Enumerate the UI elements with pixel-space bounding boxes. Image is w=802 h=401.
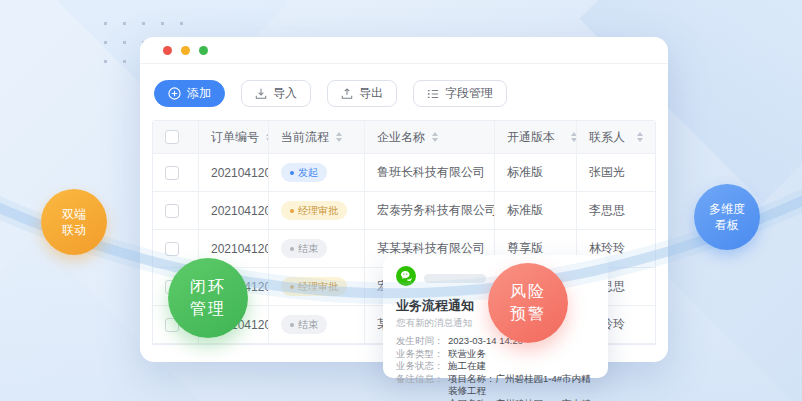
field-label: 发生时间： bbox=[396, 335, 448, 348]
feature-bubble-dual-linkage: 双端 联动 bbox=[41, 189, 107, 255]
feature-bubble-dashboard: 多维度 看板 bbox=[694, 184, 760, 250]
import-button-label: 导入 bbox=[273, 85, 297, 102]
traffic-light-maximize-icon[interactable] bbox=[199, 46, 208, 55]
download-icon bbox=[255, 88, 267, 100]
sort-icon[interactable] bbox=[637, 132, 643, 142]
field-management-button-label: 字段管理 bbox=[445, 85, 493, 102]
list-icon bbox=[427, 88, 439, 100]
table-row[interactable]: 20210412001 发起 鲁班长科技有限公司 标准版 张国光 bbox=[153, 154, 655, 192]
row-checkbox[interactable] bbox=[165, 166, 179, 180]
table-row[interactable]: 20210412002 经理审批 宏泰劳务科技有限公司 标准版 李思思 bbox=[153, 192, 655, 230]
cell-order: 20210412002 bbox=[199, 192, 269, 229]
toolbar: 添加 导入 导出 字段管理 bbox=[140, 64, 668, 107]
status-badge: 经理审批 bbox=[281, 277, 347, 296]
cell-contact: 李思思 bbox=[577, 192, 657, 229]
cell-version: 标准版 bbox=[495, 192, 577, 229]
header-order: 订单编号 bbox=[211, 129, 259, 146]
traffic-light-close-icon[interactable] bbox=[163, 46, 172, 55]
field-value: 合同名称：广州碧桂园1-4#市内精装修工程龙骨采购合同 bbox=[448, 398, 595, 401]
header-version: 开通版本 bbox=[507, 129, 555, 146]
plus-circle-icon bbox=[168, 87, 181, 100]
notification-fields: 发生时间：2023-03-14 14:20 业务类型：联营业务 业务状态：施工在… bbox=[396, 335, 595, 401]
field-value: 施工在建 bbox=[448, 360, 486, 373]
wechat-icon bbox=[396, 266, 416, 290]
row-checkbox[interactable] bbox=[165, 204, 179, 218]
cell-company: 宏泰劳务科技有限公司 bbox=[365, 192, 495, 229]
field-label: 备注信息： bbox=[396, 373, 448, 398]
status-badge: 发起 bbox=[281, 163, 327, 182]
row-checkbox[interactable] bbox=[165, 242, 179, 256]
upload-icon bbox=[341, 88, 353, 100]
table-header-row: 订单编号 当前流程 企业名称 开通版本 联系人 bbox=[153, 121, 655, 154]
status-badge: 结束 bbox=[281, 239, 327, 258]
sort-icon[interactable] bbox=[432, 132, 438, 142]
cell-order: 20210412001 bbox=[199, 154, 269, 191]
field-label bbox=[396, 398, 448, 401]
cell-company: 鲁班长科技有限公司 bbox=[365, 154, 495, 191]
field-management-button[interactable]: 字段管理 bbox=[413, 80, 507, 107]
add-button-label: 添加 bbox=[187, 85, 211, 102]
feature-bubble-closed-loop: 闭环 管理 bbox=[168, 258, 248, 338]
sort-icon[interactable] bbox=[336, 132, 342, 142]
status-badge: 经理审批 bbox=[281, 201, 347, 220]
import-button[interactable]: 导入 bbox=[241, 80, 311, 107]
feature-bubble-risk-warning: 风险 预警 bbox=[488, 263, 568, 343]
cell-version: 标准版 bbox=[495, 154, 577, 191]
traffic-light-minimize-icon[interactable] bbox=[181, 46, 190, 55]
header-process: 当前流程 bbox=[281, 129, 329, 146]
header-company: 企业名称 bbox=[377, 129, 425, 146]
add-button[interactable]: 添加 bbox=[154, 80, 225, 107]
select-all-checkbox[interactable] bbox=[165, 130, 179, 144]
field-value: 联营业务 bbox=[448, 348, 486, 361]
sender-placeholder-pill bbox=[424, 274, 486, 283]
field-label: 业务状态： bbox=[396, 360, 448, 373]
window-titlebar bbox=[140, 37, 668, 64]
field-value: 项目名称：广州碧桂园1-4#市内精装修工程 bbox=[448, 373, 595, 398]
cell-contact: 张国光 bbox=[577, 154, 657, 191]
status-badge: 结束 bbox=[281, 315, 327, 334]
header-contact: 联系人 bbox=[589, 129, 625, 146]
marketing-screenshot-canvas: 添加 导入 导出 字段管理 bbox=[0, 0, 802, 401]
export-button-label: 导出 bbox=[359, 85, 383, 102]
export-button[interactable]: 导出 bbox=[327, 80, 397, 107]
field-label: 业务类型： bbox=[396, 348, 448, 361]
